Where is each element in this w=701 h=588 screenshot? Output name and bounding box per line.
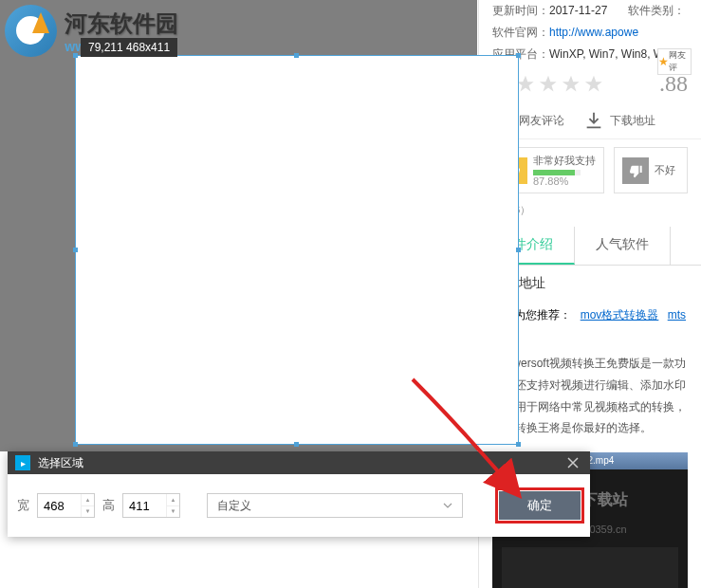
resize-handle[interactable] (294, 53, 299, 58)
logo-icon (5, 5, 57, 57)
resize-handle[interactable] (73, 442, 78, 447)
overlay (0, 445, 477, 451)
close-icon (567, 457, 579, 469)
resize-handle[interactable] (516, 442, 521, 447)
dialog-title: 选择区域 (38, 455, 563, 471)
height-up-button[interactable]: ▲ (167, 494, 179, 506)
overlay (0, 55, 75, 445)
info-row: 更新时间：2017-11-27 软件类别： (479, 0, 701, 22)
width-down-button[interactable]: ▼ (82, 506, 94, 518)
height-input-wrap: ▲ ▼ (122, 493, 180, 518)
width-up-button[interactable]: ▲ (82, 494, 94, 506)
resize-handle[interactable] (516, 248, 521, 252)
resize-handle[interactable] (294, 442, 299, 447)
screenshot-content (502, 547, 678, 588)
recommend-label: 为您推荐： (514, 308, 571, 322)
update-value: 2017-11-27 (549, 4, 607, 17)
star-icon (538, 74, 559, 95)
height-label: 高 (102, 497, 115, 514)
resize-handle[interactable] (516, 53, 521, 58)
download-link[interactable]: 下载地址 (583, 110, 655, 131)
site-label: 软件官网： (492, 26, 549, 39)
info-row: 软件官网：http://www.apowe (479, 22, 701, 44)
star-icon (561, 74, 581, 95)
logo-title: 河东软件园 (65, 9, 178, 39)
recommend-link-1[interactable]: mov格式转换器 (581, 308, 659, 322)
category-label: 软件类别： (628, 4, 685, 17)
favorite-button[interactable]: ★网友评 (657, 48, 692, 75)
preset-value: 自定义 (217, 498, 251, 514)
width-label: 宽 (17, 497, 29, 514)
height-down-button[interactable]: ▼ (167, 506, 179, 518)
dialog-app-icon: ▸ (15, 455, 30, 470)
vote-bad-label: 不好 (655, 163, 675, 177)
selection-rectangle[interactable] (75, 55, 519, 445)
width-input[interactable] (38, 494, 81, 517)
confirm-button[interactable]: 确定 (499, 491, 581, 520)
thumb-down-icon (622, 157, 649, 184)
tab-popular[interactable]: 人气软件 (575, 227, 671, 265)
dialog-header[interactable]: ▸ 选择区域 (8, 451, 590, 474)
height-input[interactable] (123, 494, 166, 517)
chevron-down-icon (443, 501, 452, 510)
update-label: 更新时间： (492, 4, 549, 17)
preset-dropdown[interactable]: 自定义 (207, 493, 463, 518)
region-dialog: ▸ 选择区域 宽 ▲ ▼ 高 ▲ ▼ 自定义 确定 (8, 451, 590, 537)
download-icon (583, 110, 604, 131)
vote-good-percent: 87.88% (533, 175, 596, 187)
resize-handle[interactable] (73, 248, 78, 252)
coordinate-badge: 79,211 468x411 (81, 38, 177, 57)
star-icon (583, 74, 604, 95)
reviews-label: 网友评论 (519, 113, 564, 129)
site-link[interactable]: http://www.apowe (549, 26, 638, 39)
vote-bad-button[interactable]: 不好 (614, 147, 688, 193)
close-button[interactable] (563, 453, 582, 472)
vote-good-label: 非常好我支持 (533, 154, 596, 168)
width-input-wrap: ▲ ▼ (37, 493, 95, 518)
download-label: 下载地址 (610, 113, 655, 129)
rating-score: .88 (659, 71, 688, 97)
